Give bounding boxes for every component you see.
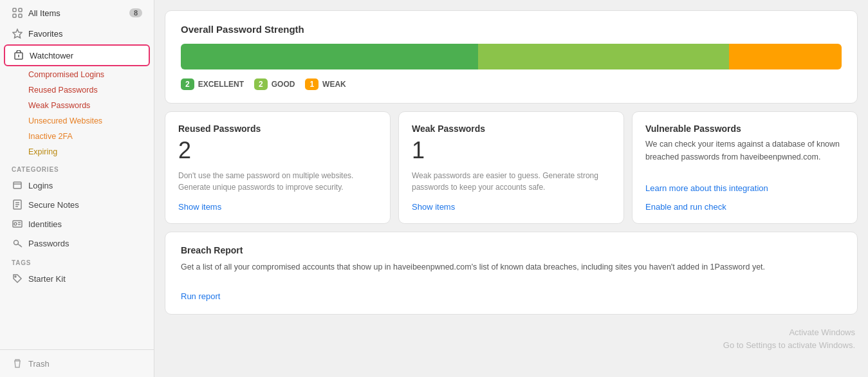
sidebar-item-unsecured-websites-label: Unsecured Websites [28,116,102,125]
weak-passwords-count: 1 [412,138,611,163]
sidebar-item-favorites[interactable]: Favorites [4,24,150,43]
reused-passwords-title: Reused Passwords [178,124,377,134]
main-content: Overall Password Strength 2 EXCELLENT 2 … [154,0,868,377]
legend-weak: 1 WEAK [305,78,346,90]
login-icon [12,179,23,191]
legend-good-badge: 2 [254,78,268,90]
sidebar-item-watchtower-label: Watchtower [30,51,141,60]
sidebar-item-trash-label: Trash [28,359,50,369]
learn-more-link[interactable]: Learn more about this integration [645,183,844,193]
strength-title: Overall Password Strength [181,24,842,35]
legend-excellent: 2 EXCELLENT [181,78,244,90]
breach-report-title: Breach Report [181,245,842,255]
sidebar-item-identities[interactable]: Identities [4,215,150,233]
key-icon [12,237,23,249]
vulnerable-passwords-card: Vulnerable Passwords We can check your i… [632,111,858,224]
legend-good: 2 GOOD [254,78,295,90]
note-icon [12,199,23,210]
strength-legend: 2 EXCELLENT 2 GOOD 1 WEAK [181,78,842,90]
sidebar-item-unsecured-websites[interactable]: Unsecured Websites [4,114,150,128]
sidebar-item-favorites-label: Favorites [28,29,142,39]
all-items-badge: 8 [129,8,142,17]
vulnerable-passwords-desc: We can check your items against a databa… [645,138,844,174]
tag-icon [12,273,23,284]
sidebar-item-inactive-2fa-label: Inactive 2FA [28,132,73,141]
sidebar-footer: Trash [0,349,154,377]
weak-passwords-desc: Weak passwords are easier to guess. Gene… [412,170,611,193]
sidebar-item-identities-label: Identities [28,219,62,229]
legend-excellent-badge: 2 [181,78,194,90]
sidebar-item-starter-kit[interactable]: Starter Kit [4,270,150,288]
legend-excellent-label: EXCELLENT [198,80,244,89]
bar-good [478,44,729,69]
sidebar-item-weak-passwords[interactable]: Weak Passwords [4,98,150,113]
breach-report-desc: Get a list of all your compromised accou… [181,261,842,273]
svg-point-17 [14,241,19,245]
weak-passwords-title: Weak Passwords [412,124,611,134]
sidebar-item-secure-notes[interactable]: Secure Notes [4,196,150,214]
sidebar-item-reused-passwords[interactable]: Reused Passwords [4,83,150,97]
strength-bar [181,44,842,69]
star-icon [12,28,23,39]
sidebar-item-compromised-logins-label: Compromised Logins [28,70,104,79]
identity-icon [12,218,23,230]
legend-weak-badge: 1 [305,78,319,90]
bar-excellent [181,44,478,69]
sidebar-item-reused-passwords-label: Reused Passwords [28,86,98,95]
reused-passwords-card: Reused Passwords 2 Don't use the same pa… [165,111,391,224]
weak-passwords-card: Weak Passwords 1 Weak passwords are easi… [398,111,624,224]
grid-icon [12,7,23,19]
reused-passwords-desc: Don't use the same password on multiple … [178,170,377,193]
sidebar-item-logins[interactable]: Logins [4,176,150,194]
svg-rect-2 [13,14,16,17]
sidebar-item-trash[interactable]: Trash [4,354,150,373]
breach-report-card: Breach Report Get a list of all your com… [165,232,858,315]
sidebar-item-logins-label: Logins [28,181,53,190]
sidebar-item-passwords-label: Passwords [28,239,69,248]
strength-card: Overall Password Strength 2 EXCELLENT 2 … [165,10,858,104]
reused-passwords-count: 2 [178,138,377,163]
legend-good-label: GOOD [272,80,295,89]
svg-rect-3 [19,14,22,17]
sidebar: All Items 8 Favorites Watchtower Comprom… [0,0,154,377]
svg-rect-7 [14,182,21,188]
weak-passwords-show-link[interactable]: Show items [412,202,611,212]
sidebar-item-compromised-logins[interactable]: Compromised Logins [4,68,150,82]
sidebar-item-weak-passwords-label: Weak Passwords [28,101,90,110]
sidebar-item-expiring[interactable]: Expiring [4,145,150,159]
activate-windows-watermark: Activate Windows Go to Settings to activ… [723,326,855,351]
sidebar-item-expiring-label: Expiring [28,147,57,156]
run-report-link[interactable]: Run report [181,291,220,301]
sidebar-item-starter-kit-label: Starter Kit [28,274,66,284]
sub-cards-row: Reused Passwords 2 Don't use the same pa… [165,111,858,224]
bar-weak [729,44,842,69]
trash-icon [12,358,23,369]
sidebar-item-inactive-2fa[interactable]: Inactive 2FA [4,129,150,143]
tags-label: TAGS [0,253,154,269]
svg-rect-1 [19,8,22,12]
categories-label: CATEGORIES [0,160,154,176]
sidebar-item-all-items-label: All Items [28,8,129,18]
watchtower-icon [13,50,24,61]
vulnerable-passwords-title: Vulnerable Passwords [645,124,844,134]
sidebar-item-watchtower[interactable]: Watchtower [4,44,150,66]
svg-point-14 [14,223,17,225]
watermark-line1: Activate Windows [723,326,855,339]
reused-passwords-show-link[interactable]: Show items [178,202,377,212]
svg-point-20 [15,276,16,277]
sidebar-item-secure-notes-label: Secure Notes [28,200,79,210]
svg-rect-0 [13,8,16,12]
sidebar-item-passwords[interactable]: Passwords [4,234,150,252]
enable-run-check-link[interactable]: Enable and run check [645,202,844,212]
svg-line-19 [20,245,21,246]
sidebar-item-all-items[interactable]: All Items 8 [4,3,150,23]
svg-marker-4 [13,30,22,39]
watermark-line2: Go to Settings to activate Windows. [723,339,855,352]
legend-weak-label: WEAK [322,80,346,89]
